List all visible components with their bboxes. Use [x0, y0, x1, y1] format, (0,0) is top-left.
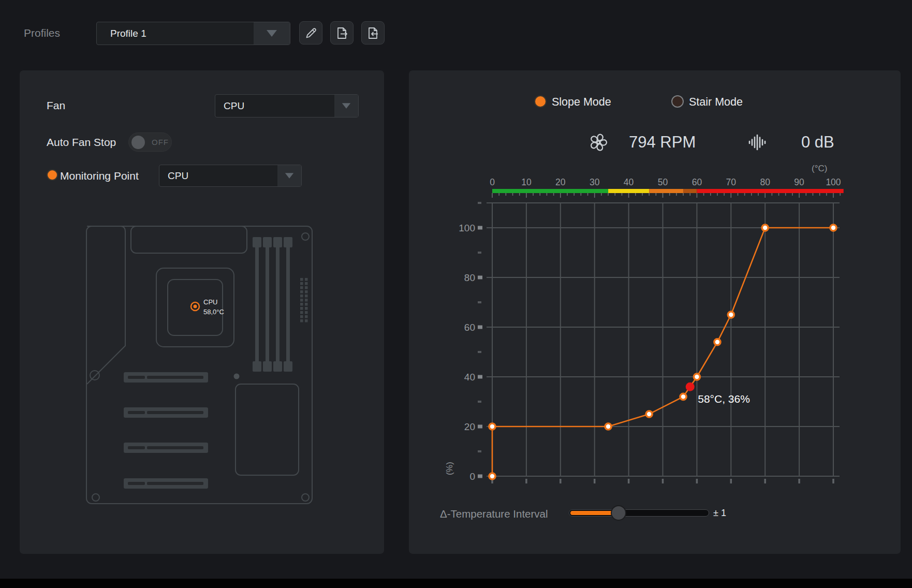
atx-power-connector: [300, 278, 308, 322]
fan-header-dot: [234, 374, 240, 379]
slope-mode-radio[interactable]: [534, 95, 547, 108]
monitoring-point-label: Monitoring Point: [60, 170, 139, 182]
dropdown-arrow-box: [254, 22, 290, 45]
temp-colorbar-segment: [697, 189, 843, 193]
motherboard-diagram: CPU 58,0°C: [83, 223, 316, 507]
delta-temp-interval-slider[interactable]: [569, 509, 709, 517]
file-export-icon: [335, 26, 349, 40]
chevron-down-icon: [285, 172, 294, 179]
curve-point[interactable]: [605, 423, 611, 430]
file-import-icon: [366, 26, 380, 40]
temp-colorbar-segment: [608, 189, 649, 193]
fan-select[interactable]: CPU: [215, 94, 359, 117]
chevron-down-icon: [266, 30, 277, 37]
x-tick-label: 90: [794, 177, 804, 187]
slider-knob[interactable]: [611, 505, 626, 521]
screw-icon: [302, 494, 309, 501]
curve-point[interactable]: [714, 339, 720, 345]
y-tick-label: 100: [459, 223, 475, 233]
curve-point[interactable]: [830, 225, 836, 231]
fan-rpm-value: 794 RPM: [629, 133, 696, 152]
curve-point[interactable]: [680, 393, 686, 400]
dropdown-arrow-box: [334, 95, 358, 117]
curve-point[interactable]: [489, 473, 495, 479]
y-tick-label: 40: [464, 372, 475, 383]
x-tick-label: 10: [521, 177, 532, 187]
monitoring-point-radio[interactable]: [47, 169, 58, 181]
cpu-sensor-name: CPU: [203, 298, 217, 306]
x-tick-label: 80: [760, 177, 770, 187]
fan-curve-chart[interactable]: 0102030405060708090100020406080100(%)58°…: [445, 176, 859, 497]
edit-profile-button[interactable]: [299, 21, 322, 45]
screw-icon: [90, 371, 99, 380]
temp-colorbar-segment: [492, 189, 608, 193]
curve-point[interactable]: [728, 312, 734, 318]
fan-settings-panel: Fan CPU Auto Fan Stop OFF Monitoring Poi…: [20, 70, 384, 554]
current-point-label: 58°C, 36%: [698, 393, 750, 405]
temp-unit-label: (°C): [812, 164, 827, 174]
x-tick-label: 100: [826, 177, 841, 187]
vrm-heatsink-block: [131, 226, 247, 253]
y-tick-label: 20: [464, 421, 475, 432]
screw-icon: [302, 233, 309, 240]
monitoring-point-select[interactable]: CPU: [159, 165, 302, 187]
profiles-label: Profiles: [24, 27, 60, 39]
monitoring-point-value: CPU: [159, 170, 277, 182]
x-tick-label: 60: [692, 177, 702, 187]
fan-label: Fan: [47, 99, 65, 112]
duty-unit-label: (%): [445, 462, 454, 475]
fan-select-value: CPU: [215, 100, 334, 112]
cpu-sensor-temp: 58,0°C: [203, 308, 224, 316]
profile-select-value: Profile 1: [97, 28, 254, 39]
chevron-down-icon: [342, 102, 351, 109]
toggle-state-label: OFF: [152, 138, 169, 146]
export-profile-button[interactable]: [330, 21, 354, 45]
x-tick-label: 30: [590, 177, 600, 187]
x-tick-label: 0: [490, 177, 495, 187]
slope-mode-label: Slope Mode: [552, 96, 611, 109]
delta-temp-interval-label: Δ-Temperature Interval: [440, 508, 548, 520]
x-tick-label: 40: [624, 177, 634, 187]
curve-point[interactable]: [646, 411, 652, 417]
auto-fan-stop-toggle[interactable]: OFF: [128, 133, 172, 152]
curve-point[interactable]: [762, 225, 768, 231]
dropdown-arrow-box: [277, 165, 301, 186]
fan-curve-panel: Slope Mode Stair Mode 794 RPM 0 dB (°C) …: [409, 70, 901, 554]
cpu-sensor-marker[interactable]: [191, 302, 199, 311]
temp-colorbar-segment: [649, 189, 683, 193]
fan-control-page: Profiles Profile 1: [0, 0, 912, 588]
import-profile-button[interactable]: [361, 21, 385, 45]
y-tick-label: 80: [464, 272, 475, 283]
auto-fan-stop-label: Auto Fan Stop: [47, 136, 116, 149]
x-tick-label: 70: [726, 177, 737, 187]
toggle-knob: [131, 136, 145, 149]
ram-slots: [253, 237, 292, 372]
curve-point[interactable]: [489, 423, 495, 430]
stair-mode-radio[interactable]: [671, 95, 684, 108]
pencil-icon: [304, 26, 318, 40]
noise-db-value: 0 dB: [801, 133, 834, 152]
fan-icon: [589, 133, 608, 152]
screw-icon: [92, 494, 99, 501]
chipset-block: [236, 384, 299, 475]
noise-level-icon: [748, 134, 767, 151]
temp-colorbar-segment: [683, 189, 697, 193]
io-heatsink-block: [87, 226, 125, 384]
bottom-strip: [0, 579, 912, 588]
y-tick-label: 0: [469, 471, 475, 482]
curve-point[interactable]: [694, 374, 700, 380]
y-tick-label: 60: [464, 322, 475, 333]
profile-select[interactable]: Profile 1: [96, 22, 290, 45]
delta-temp-interval-value: ± 1: [713, 508, 726, 519]
x-tick-label: 50: [658, 177, 668, 187]
current-point-marker: [686, 383, 695, 391]
x-tick-label: 20: [555, 177, 566, 187]
pcie-slots: [124, 372, 208, 489]
stair-mode-label: Stair Mode: [689, 96, 743, 109]
